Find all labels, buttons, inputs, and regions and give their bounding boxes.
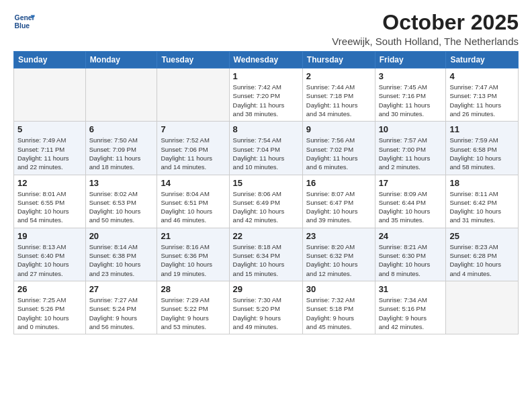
day-info: Sunrise: 8:20 AM Sunset: 6:32 PM Dayligh…: [306, 242, 371, 278]
weekday-friday: Friday: [375, 52, 446, 68]
day-number: 15: [233, 178, 299, 188]
day-number: 22: [233, 231, 299, 241]
day-info: Sunrise: 7:56 AM Sunset: 7:02 PM Dayligh…: [306, 136, 371, 171]
day-number: 28: [161, 284, 225, 294]
day-cell: 7Sunrise: 7:52 AM Sunset: 7:06 PM Daylig…: [157, 122, 229, 175]
day-cell: 2Sunrise: 7:44 AM Sunset: 7:18 PM Daylig…: [302, 68, 375, 122]
day-cell: 24Sunrise: 8:21 AM Sunset: 6:30 PM Dayli…: [375, 228, 446, 281]
day-number: 27: [89, 284, 154, 294]
day-number: 10: [379, 124, 443, 134]
day-number: 13: [89, 178, 154, 188]
day-number: 18: [449, 178, 515, 188]
weekday-saturday: Saturday: [446, 52, 519, 68]
day-cell: 18Sunrise: 8:11 AM Sunset: 6:42 PM Dayli…: [446, 175, 519, 228]
day-info: Sunrise: 7:59 AM Sunset: 6:58 PM Dayligh…: [449, 136, 515, 171]
day-info: Sunrise: 8:18 AM Sunset: 6:34 PM Dayligh…: [233, 242, 299, 278]
day-cell: 15Sunrise: 8:06 AM Sunset: 6:49 PM Dayli…: [229, 175, 302, 228]
day-cell: 29Sunrise: 7:30 AM Sunset: 5:20 PM Dayli…: [229, 281, 302, 334]
day-number: 20: [89, 231, 154, 241]
day-cell: 3Sunrise: 7:45 AM Sunset: 7:16 PM Daylig…: [375, 68, 446, 122]
day-info: Sunrise: 7:49 AM Sunset: 7:11 PM Dayligh…: [17, 136, 82, 171]
weekday-monday: Monday: [85, 52, 157, 68]
logo-icon: General Blue: [13, 11, 35, 32]
day-cell: 26Sunrise: 7:25 AM Sunset: 5:26 PM Dayli…: [14, 281, 86, 334]
day-info: Sunrise: 7:25 AM Sunset: 5:26 PM Dayligh…: [17, 295, 82, 331]
day-info: Sunrise: 8:13 AM Sunset: 6:40 PM Dayligh…: [17, 242, 82, 278]
logo: General Blue: [13, 11, 35, 32]
day-info: Sunrise: 7:50 AM Sunset: 7:09 PM Dayligh…: [89, 136, 154, 171]
day-info: Sunrise: 8:06 AM Sunset: 6:49 PM Dayligh…: [233, 189, 299, 225]
header: General Blue October 2025 Vreewijk, Sout…: [13, 11, 519, 47]
day-number: 21: [161, 231, 225, 241]
day-number: 2: [306, 71, 371, 81]
day-info: Sunrise: 8:07 AM Sunset: 6:47 PM Dayligh…: [306, 189, 371, 225]
day-number: 29: [233, 284, 299, 294]
day-info: Sunrise: 8:23 AM Sunset: 6:28 PM Dayligh…: [449, 242, 515, 278]
day-cell: 16Sunrise: 8:07 AM Sunset: 6:47 PM Dayli…: [302, 175, 375, 228]
svg-text:Blue: Blue: [15, 22, 30, 30]
day-info: Sunrise: 8:09 AM Sunset: 6:44 PM Dayligh…: [379, 189, 443, 225]
day-info: Sunrise: 8:04 AM Sunset: 6:51 PM Dayligh…: [161, 189, 225, 225]
title-block: October 2025 Vreewijk, South Holland, Th…: [332, 11, 519, 47]
day-cell: 19Sunrise: 8:13 AM Sunset: 6:40 PM Dayli…: [14, 228, 86, 281]
day-number: 4: [449, 71, 515, 81]
day-info: Sunrise: 7:27 AM Sunset: 5:24 PM Dayligh…: [89, 295, 154, 331]
day-cell: 20Sunrise: 8:14 AM Sunset: 6:38 PM Dayli…: [85, 228, 157, 281]
day-cell: 6Sunrise: 7:50 AM Sunset: 7:09 PM Daylig…: [85, 122, 157, 175]
week-row-2: 5Sunrise: 7:49 AM Sunset: 7:11 PM Daylig…: [14, 122, 519, 175]
day-number: 7: [161, 124, 225, 134]
day-cell: 25Sunrise: 8:23 AM Sunset: 6:28 PM Dayli…: [446, 228, 519, 281]
day-number: 6: [89, 124, 154, 134]
day-cell: 27Sunrise: 7:27 AM Sunset: 5:24 PM Dayli…: [85, 281, 157, 334]
day-cell: 4Sunrise: 7:47 AM Sunset: 7:13 PM Daylig…: [446, 68, 519, 122]
day-cell: 10Sunrise: 7:57 AM Sunset: 7:00 PM Dayli…: [375, 122, 446, 175]
weekday-thursday: Thursday: [302, 52, 375, 68]
day-number: 25: [449, 231, 515, 241]
day-info: Sunrise: 7:32 AM Sunset: 5:18 PM Dayligh…: [306, 295, 371, 331]
day-cell: 8Sunrise: 7:54 AM Sunset: 7:04 PM Daylig…: [229, 122, 302, 175]
day-number: 17: [379, 178, 443, 188]
day-cell: 17Sunrise: 8:09 AM Sunset: 6:44 PM Dayli…: [375, 175, 446, 228]
day-info: Sunrise: 7:52 AM Sunset: 7:06 PM Dayligh…: [161, 136, 225, 171]
day-cell: 23Sunrise: 8:20 AM Sunset: 6:32 PM Dayli…: [302, 228, 375, 281]
page: General Blue October 2025 Vreewijk, Sout…: [0, 0, 532, 411]
weekday-sunday: Sunday: [14, 52, 86, 68]
day-number: 9: [306, 124, 371, 134]
day-info: Sunrise: 7:45 AM Sunset: 7:16 PM Dayligh…: [379, 83, 443, 118]
week-row-3: 12Sunrise: 8:01 AM Sunset: 6:55 PM Dayli…: [14, 175, 519, 228]
day-info: Sunrise: 8:16 AM Sunset: 6:36 PM Dayligh…: [161, 242, 225, 278]
day-cell: [446, 281, 519, 334]
day-info: Sunrise: 7:29 AM Sunset: 5:22 PM Dayligh…: [161, 295, 225, 331]
day-info: Sunrise: 8:11 AM Sunset: 6:42 PM Dayligh…: [449, 189, 515, 225]
day-info: Sunrise: 8:21 AM Sunset: 6:30 PM Dayligh…: [379, 242, 443, 278]
day-info: Sunrise: 7:34 AM Sunset: 5:16 PM Dayligh…: [379, 295, 443, 331]
day-info: Sunrise: 7:44 AM Sunset: 7:18 PM Dayligh…: [306, 83, 371, 118]
day-cell: [157, 68, 229, 122]
day-info: Sunrise: 7:30 AM Sunset: 5:20 PM Dayligh…: [233, 295, 299, 331]
week-row-1: 1Sunrise: 7:42 AM Sunset: 7:20 PM Daylig…: [14, 68, 519, 122]
day-cell: [14, 68, 86, 122]
day-cell: [85, 68, 157, 122]
month-title: October 2025: [332, 11, 519, 34]
day-info: Sunrise: 7:47 AM Sunset: 7:13 PM Dayligh…: [449, 83, 515, 118]
weekday-header-row: SundayMondayTuesdayWednesdayThursdayFrid…: [14, 52, 519, 68]
day-number: 8: [233, 124, 299, 134]
day-info: Sunrise: 7:54 AM Sunset: 7:04 PM Dayligh…: [233, 136, 299, 171]
day-number: 1: [233, 71, 299, 81]
day-cell: 31Sunrise: 7:34 AM Sunset: 5:16 PM Dayli…: [375, 281, 446, 334]
day-cell: 28Sunrise: 7:29 AM Sunset: 5:22 PM Dayli…: [157, 281, 229, 334]
day-cell: 11Sunrise: 7:59 AM Sunset: 6:58 PM Dayli…: [446, 122, 519, 175]
day-cell: 21Sunrise: 8:16 AM Sunset: 6:36 PM Dayli…: [157, 228, 229, 281]
day-number: 16: [306, 178, 371, 188]
day-number: 30: [306, 284, 371, 294]
calendar: SundayMondayTuesdayWednesdayThursdayFrid…: [13, 51, 519, 334]
day-number: 3: [379, 71, 443, 81]
day-number: 24: [379, 231, 443, 241]
day-info: Sunrise: 8:14 AM Sunset: 6:38 PM Dayligh…: [89, 242, 154, 278]
weekday-wednesday: Wednesday: [229, 52, 302, 68]
day-number: 11: [449, 124, 515, 134]
location-title: Vreewijk, South Holland, The Netherlands: [332, 36, 519, 47]
day-number: 5: [17, 124, 82, 134]
day-info: Sunrise: 8:01 AM Sunset: 6:55 PM Dayligh…: [17, 189, 82, 225]
day-cell: 9Sunrise: 7:56 AM Sunset: 7:02 PM Daylig…: [302, 122, 375, 175]
